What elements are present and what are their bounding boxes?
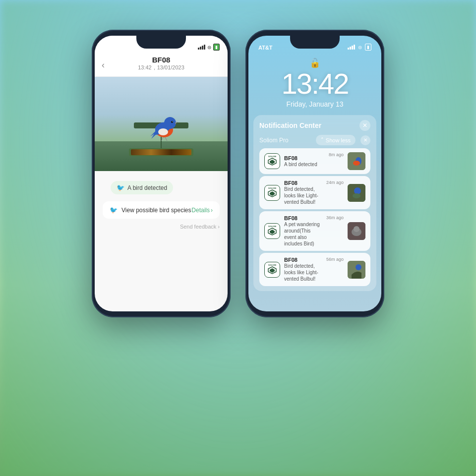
- details-button[interactable]: Details ›: [191, 207, 213, 214]
- notif-time: 24m ago: [326, 180, 344, 185]
- notif-time: 8m ago: [329, 152, 344, 157]
- notif-title: BF08: [284, 180, 322, 186]
- soliom-logo: SOLIOM: [267, 264, 277, 275]
- notif-app-icon: SOLIOM: [264, 262, 280, 278]
- svg-point-15: [354, 226, 359, 232]
- species-icon: 🐦: [110, 206, 118, 214]
- notification-item[interactable]: SOLIOM BF08 A bird detected 8m ago: [259, 148, 370, 174]
- app-group-name: Soliom Pro: [259, 137, 289, 144]
- left-status-icons: ⊜ ▮: [198, 44, 220, 51]
- detection-text: A bird detected: [127, 184, 167, 191]
- notif-app-icon: SOLIOM: [264, 185, 280, 201]
- nc-close-button[interactable]: ✕: [359, 120, 370, 131]
- species-left: 🐦 View possible bird species: [110, 206, 191, 214]
- notif-body: A pet wandering around(This event also i…: [284, 221, 322, 247]
- feedback-row[interactable]: Send feedback ›: [95, 221, 228, 233]
- phones-container: ⊜ ▮ ‹ BF08 13:42，13/01/2023: [0, 0, 476, 476]
- lock-icon: 🔓: [309, 58, 320, 68]
- signal-icon: [348, 45, 355, 50]
- app-header: ‹ BF08 13:42，13/01/2023: [95, 54, 228, 77]
- notif-body: Bird detected, looks like Light-vented B…: [284, 263, 322, 282]
- wifi-icon: ⊜: [207, 45, 211, 50]
- notif-content: BF08 A pet wandering around(This event a…: [284, 215, 322, 247]
- svg-point-9: [353, 161, 360, 166]
- notif-app-icon: SOLIOM: [264, 223, 280, 239]
- notification-center: Notification Center ✕ Soliom Pro ˄ Show …: [253, 115, 376, 291]
- carrier-label: AT&T: [258, 45, 273, 51]
- battery-icon: ▮: [365, 44, 371, 51]
- notif-app-icon: SOLIOM: [264, 153, 280, 169]
- svg-line-5: [161, 137, 163, 141]
- nc-title: Notification Center: [259, 121, 321, 129]
- left-phone: ⊜ ▮ ‹ BF08 13:42，13/01/2023: [92, 30, 231, 317]
- detection-area: 🐦 A bird detected: [95, 171, 228, 199]
- app-group-header: Soliom Pro ˄ Show less ✕: [259, 135, 370, 145]
- details-arrow: ›: [211, 207, 213, 214]
- notif-title: BF08: [284, 155, 325, 161]
- app-title: BF08: [103, 56, 220, 64]
- notif-content: BF08 A bird detected: [284, 155, 325, 168]
- notif-time: 36m ago: [326, 215, 344, 220]
- species-label: View possible bird species: [121, 207, 191, 214]
- notification-item[interactable]: SOLIOM BF08 A pet wandering around(This …: [259, 211, 370, 251]
- group-close-button[interactable]: ✕: [360, 135, 370, 145]
- right-notch: [290, 36, 340, 49]
- feedback-label: Send feedback ›: [180, 224, 220, 230]
- bird-svg: [149, 109, 179, 144]
- species-row[interactable]: 🐦 View possible bird species Details ›: [103, 201, 220, 219]
- svg-point-1: [164, 117, 176, 129]
- svg-point-3: [172, 121, 173, 122]
- group-controls: ˄ Show less ✕: [316, 135, 370, 145]
- nc-header: Notification Center ✕: [259, 120, 370, 131]
- lock-date: Friday, January 13: [248, 100, 381, 108]
- left-phone-screen: ⊜ ▮ ‹ BF08 13:42，13/01/2023: [95, 36, 228, 311]
- notif-thumbnail: [348, 152, 365, 170]
- right-status-icons: ⊜ ▮: [348, 44, 371, 51]
- lock-time: 13:42: [248, 69, 381, 100]
- show-less-label: Show less: [326, 137, 351, 143]
- svg-point-17: [356, 264, 361, 270]
- details-label: Details: [191, 207, 210, 214]
- notification-item[interactable]: SOLIOM BF08 Bird detected, looks like Li…: [259, 253, 370, 286]
- notif-title: BF08: [284, 257, 322, 263]
- battery-icon: ▮: [213, 44, 220, 51]
- svg-line-6: [165, 137, 167, 141]
- bird-photo: [95, 77, 228, 171]
- notif-title: BF08: [284, 215, 322, 221]
- notif-thumbnail: [348, 261, 365, 279]
- signal-icon: [198, 45, 205, 50]
- right-phone-screen: AT&T ⊜ ▮ 🔓 13:42: [248, 36, 381, 311]
- notif-body: A bird detected: [284, 161, 325, 168]
- svg-point-4: [158, 128, 168, 135]
- notif-content: BF08 Bird detected, looks like Light-ven…: [284, 180, 322, 205]
- right-phone: AT&T ⊜ ▮ 🔓 13:42: [245, 30, 384, 317]
- show-less-button[interactable]: ˄ Show less: [316, 135, 356, 145]
- soliom-logo: SOLIOM: [267, 187, 277, 198]
- soliom-logo: SOLIOM: [267, 226, 277, 237]
- soliom-logo: SOLIOM: [267, 156, 277, 167]
- wifi-icon: ⊜: [358, 45, 362, 50]
- chevron-up-icon: ˄: [321, 137, 324, 143]
- svg-point-12: [353, 193, 360, 198]
- bird-icon: 🐦: [117, 184, 124, 191]
- notif-thumbnail: [348, 222, 365, 240]
- notification-item[interactable]: SOLIOM BF08 Bird detected, looks like Li…: [259, 176, 370, 209]
- notifications-list: SOLIOM BF08 A bird detected 8m ago: [259, 148, 370, 286]
- back-button[interactable]: ‹: [102, 60, 105, 70]
- svg-point-11: [354, 187, 361, 194]
- detection-badge: 🐦 A bird detected: [111, 181, 173, 194]
- notif-content: BF08 Bird detected, looks like Light-ven…: [284, 257, 322, 282]
- notif-body: Bird detected, looks like Light-vented B…: [284, 186, 322, 205]
- notif-time: 56m ago: [326, 257, 344, 262]
- notif-thumbnail: [348, 184, 365, 202]
- svg-point-2: [171, 121, 173, 123]
- left-notch: [136, 36, 186, 49]
- app-subtitle: 13:42，13/01/2023: [103, 64, 220, 71]
